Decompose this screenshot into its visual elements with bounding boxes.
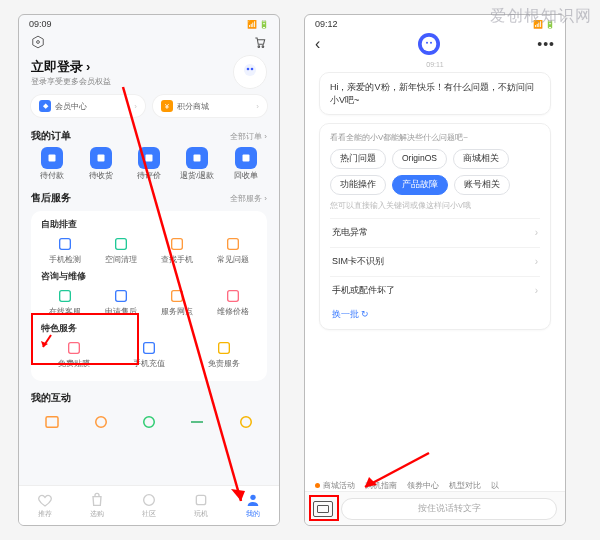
quicklink-item[interactable]: 商城活动 [315, 480, 355, 491]
status-time: 09:09 [29, 19, 52, 29]
faq-question-text: SIM卡不识别 [332, 255, 384, 268]
order-icon [186, 147, 208, 169]
aftersale-more-link[interactable]: 全部服务 › [230, 193, 267, 204]
svg-point-30 [250, 495, 255, 500]
service-icon [112, 235, 130, 253]
special-subtitle: 特色服务 [37, 323, 261, 339]
service-item[interactable]: 空间清理 [96, 235, 145, 265]
svg-rect-14 [116, 239, 127, 250]
faq-question-row[interactable]: 充电异常› [330, 218, 540, 247]
interaction-item[interactable] [128, 411, 170, 433]
member-center-label: 会员中心 [55, 101, 87, 112]
bot-avatar[interactable] [418, 33, 440, 55]
service-item[interactable]: 维修价格 [208, 287, 257, 317]
category-chip[interactable]: 热门问题 [330, 149, 386, 169]
cart-icon[interactable] [253, 35, 267, 49]
svg-point-3 [262, 46, 264, 48]
svg-rect-20 [228, 291, 239, 302]
chevron-right-icon: › [535, 284, 538, 298]
quicklink-item[interactable]: 领券中心 [407, 480, 439, 491]
faq-question-row[interactable]: SIM卡不识别› [330, 247, 540, 276]
quick-links-row: 商城活动 购机指南 领券中心 机型对比 以 [305, 480, 565, 491]
coin-icon: ¥ [161, 100, 173, 112]
order-item-0[interactable]: 待付款 [31, 147, 73, 181]
svg-rect-15 [172, 239, 183, 250]
tab-shop[interactable]: 选购 [89, 492, 105, 519]
orders-more-link[interactable]: 全部订单 › [230, 131, 267, 142]
svg-point-35 [421, 37, 436, 52]
keyboard-icon[interactable] [313, 501, 333, 517]
order-label: 待评价 [137, 171, 161, 181]
order-item-4[interactable]: 回收单 [225, 147, 267, 181]
avatar[interactable] [233, 55, 267, 89]
service-item[interactable]: 申请售后 [96, 287, 145, 317]
order-icon [41, 147, 63, 169]
service-icon [56, 235, 74, 253]
aftersale-card: 自助排查 手机检测空间清理查找手机常见问题 咨询与维修 在线客服申请售后服务网点… [31, 211, 267, 381]
service-icon [56, 287, 74, 305]
category-chip[interactable]: 功能操作 [330, 175, 386, 195]
tab-label: 我的 [246, 509, 260, 519]
interaction-item[interactable] [176, 411, 218, 433]
service-item[interactable]: 常见问题 [208, 235, 257, 265]
service-item[interactable]: 手机检测 [40, 235, 89, 265]
service-item[interactable]: 在线客服 [40, 287, 89, 317]
svg-point-2 [258, 46, 260, 48]
order-icon [90, 147, 112, 169]
interaction-item[interactable] [79, 411, 121, 433]
more-button[interactable]: ••• [537, 36, 555, 52]
category-chip[interactable]: 账号相关 [454, 175, 510, 195]
service-item[interactable]: 查找手机 [152, 235, 201, 265]
voice-input[interactable]: 按住说话转文字 [341, 498, 557, 520]
quicklink-item[interactable]: 以 [491, 480, 499, 491]
order-item-3[interactable]: 退货/退款 [176, 147, 218, 181]
service-label: 申请售后 [105, 307, 137, 317]
svg-rect-16 [228, 239, 239, 250]
quicklink-label: 领券中心 [407, 480, 439, 491]
back-button[interactable]: ‹ [315, 35, 320, 53]
order-item-1[interactable]: 待收货 [79, 147, 121, 181]
consult-subtitle: 咨询与维修 [37, 271, 261, 287]
service-icon [224, 235, 242, 253]
chat-timestamp: 09:11 [305, 61, 565, 68]
svg-rect-12 [242, 155, 249, 162]
interaction-item[interactable] [225, 411, 267, 433]
bottom-tab-bar: 推荐 选购 社区 玩机 我的 [19, 485, 279, 525]
svg-point-5 [244, 64, 256, 76]
faq-question-row[interactable]: 手机或配件坏了› [330, 276, 540, 305]
service-icon [215, 339, 233, 357]
tab-recommend[interactable]: 推荐 [37, 492, 53, 519]
tab-mine[interactable]: 我的 [245, 492, 261, 519]
points-mall-pill[interactable]: ¥ 积分商城 › [153, 95, 267, 117]
service-label: 服务网点 [161, 307, 193, 317]
category-chip[interactable]: OriginOS [392, 149, 447, 169]
chevron-right-icon: › [535, 255, 538, 269]
service-item[interactable]: 手机充值 [124, 339, 173, 369]
service-label: 空间清理 [105, 255, 137, 265]
category-chip[interactable]: 商城相关 [453, 149, 509, 169]
tab-community[interactable]: 社区 [141, 492, 157, 519]
settings-hex-icon[interactable] [31, 35, 45, 49]
service-item[interactable]: 服务网点 [152, 287, 201, 317]
member-center-pill[interactable]: ◆ 会员中心 › [31, 95, 145, 117]
quicklink-item[interactable]: 机型对比 [449, 480, 481, 491]
quicklink-item[interactable]: 购机指南 [365, 480, 397, 491]
service-icon [168, 287, 186, 305]
login-subtitle: 登录享受更多会员权益 [31, 76, 111, 87]
interaction-item[interactable] [31, 411, 73, 433]
order-icon [138, 147, 160, 169]
service-item[interactable]: 免责服务 [199, 339, 248, 369]
faq-hint: 您可以直接输入关键词或像这样问小V哦 [330, 201, 540, 212]
order-item-2[interactable]: 待评价 [128, 147, 170, 181]
refresh-link[interactable]: 换一批 ↻ [330, 305, 540, 321]
order-label: 回收单 [234, 171, 258, 181]
svg-rect-22 [144, 343, 155, 354]
order-label: 退货/退款 [180, 171, 214, 181]
tab-play[interactable]: 玩机 [193, 492, 209, 519]
chevron-right-icon: › [86, 59, 90, 74]
service-icon [224, 287, 242, 305]
login-button[interactable]: 立即登录 › [31, 58, 111, 76]
service-item[interactable]: 免费贴膜 [50, 339, 99, 369]
service-label: 免责服务 [208, 359, 240, 369]
category-chip[interactable]: 产品故障 [392, 175, 448, 195]
